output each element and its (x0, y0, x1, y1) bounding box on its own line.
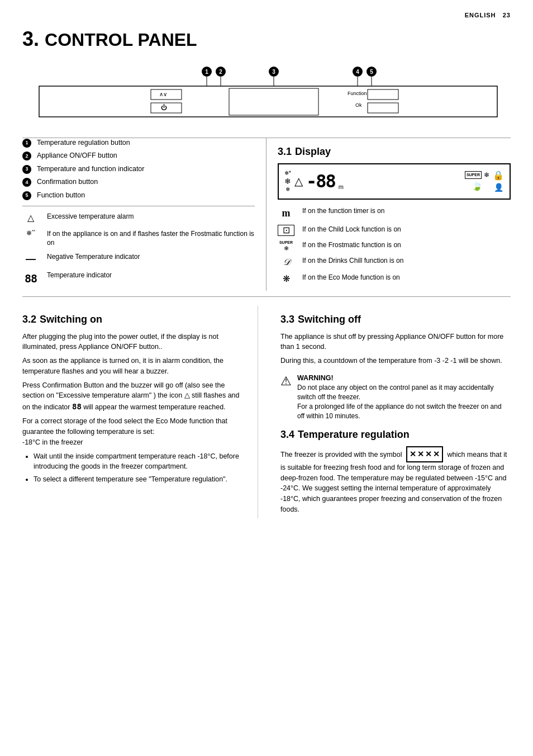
display-right-icons: SUPER ❄ 🍃 (465, 171, 489, 192)
section-32-header: 3.2 Switching on (22, 313, 246, 327)
svg-rect-15 (39, 86, 497, 117)
switching-on-para1: After plugging the plug into the power o… (22, 332, 246, 353)
switching-on-para3: Press Confirmation Button and the buzzer… (22, 380, 246, 413)
section-32-title: Switching on (40, 313, 102, 327)
svg-text:∧∨: ∧∨ (159, 91, 167, 97)
svg-text:3: 3 (272, 69, 275, 75)
main-content: 3.2 Switching on After plugging the plug… (22, 306, 511, 518)
symbol-negative: — Negative Temperature indicator (22, 252, 255, 266)
temp-indicator-text: Temperature indicator (47, 271, 112, 280)
display-digits: -88 (306, 169, 335, 194)
page-header: ENGLISH 23 (22, 11, 511, 20)
diagram-svg: 1 2 3 4 5 ∧∨ ⏻ Function Ok (22, 65, 514, 121)
eco-text: If on the Eco Mode function is on (302, 273, 400, 282)
section-32: 3.2 Switching on After plugging the plug… (22, 306, 258, 518)
legend-text-3: Temperature and function indicator (37, 164, 144, 174)
frostmatic-display-icon: ❄ (484, 171, 489, 180)
svg-rect-24 (368, 103, 398, 113)
title-text: CONTROL PANEL (45, 27, 197, 53)
display-section-header: 3.1 Display (278, 145, 511, 159)
section-number: 3. (22, 25, 39, 53)
temp-indicator-icon: 88 (22, 271, 39, 286)
language-label: ENGLISH (465, 12, 496, 18)
display-section: 3.1 Display ❄* ❄ ❄ △ -88 m SUPER ❄ 🍃 (266, 138, 511, 291)
warning-icon: ⚠ (280, 373, 292, 390)
symbol-temp-indicator: 88 Temperature indicator (22, 271, 255, 286)
display-visual: ❄* ❄ ❄ △ -88 m SUPER ❄ 🍃 🔒 👤 (278, 163, 511, 200)
drinks-text: If on the Drinks Chill function is on (302, 256, 403, 266)
svg-text:⏻: ⏻ (161, 104, 167, 111)
person-icon: 👤 (494, 182, 503, 193)
svg-text:Ok: Ok (355, 102, 362, 108)
svg-text:5: 5 (370, 69, 373, 75)
list-item-1: Wait until the inside compartment temper… (34, 452, 246, 471)
warning-title: WARNING! (297, 374, 334, 382)
super-label: SUPER (465, 171, 482, 179)
svg-text:Function: Function (348, 91, 367, 96)
temp-regulation-para: The freezer is provided with the symbol … (280, 446, 511, 515)
legend-text-5: Function button (37, 191, 85, 201)
symbol-super: SUPER❄ If on the Frostmatic function is … (278, 240, 511, 252)
symbol-timer: m If on the function timer is on (278, 206, 511, 220)
timer-icon: m (278, 206, 294, 220)
symbol-eco: ❋ If on the Eco Mode function is on (278, 273, 511, 285)
legend-display-container: 1 Temperature regulation button 2 Applia… (22, 138, 511, 291)
alarm-text: Excessive temperature alarm (47, 212, 134, 221)
super-frostmatic-text: If on the Frostmatic function is on (302, 240, 401, 250)
leaf-icon: 🍃 (472, 180, 483, 192)
warning-text: Do not place any object on the control p… (297, 383, 511, 420)
eco-icon: ❋ (278, 273, 294, 285)
legend-item-4: 4 Confirmation button (22, 177, 255, 187)
section-33-34: 3.3 Switching off The appliance is shut … (275, 306, 511, 518)
timer-text: If on the function timer is on (302, 206, 384, 216)
super-frostmatic-icon: SUPER❄ (278, 240, 294, 252)
section-33-title: Switching off (298, 313, 361, 327)
switching-off-para1: The appliance is shut off by pressing Ap… (280, 332, 511, 353)
legend-item-2: 2 Appliance ON/OFF button (22, 151, 255, 161)
star-rating: ✕✕✕✕ (406, 446, 443, 462)
legend-item-1: 1 Temperature regulation button (22, 138, 255, 148)
drinks-icon: 𝒟 (278, 256, 294, 268)
switching-on-list: Wait until the inside compartment temper… (22, 452, 246, 485)
svg-rect-20 (229, 88, 318, 115)
childlock-icon: ⊡ (278, 225, 294, 236)
snowflake-cluster: ❄* ❄ ❄ (284, 170, 291, 193)
numbered-legend: 1 Temperature regulation button 2 Applia… (22, 138, 266, 291)
legend-item-3: 3 Temperature and function indicator (22, 164, 255, 174)
display-title: Display (295, 145, 331, 159)
legend-item-5: 5 Function button (22, 191, 255, 201)
symbol-frostmatic: ❄** If on the appliance is on and if fla… (22, 229, 255, 248)
switching-on-para2: As soon as the appliance is turned on, i… (22, 356, 246, 377)
switching-on-para4: For a correct storage of the food select… (22, 416, 246, 447)
switching-off-para2: During this, a countdown of the temperat… (280, 356, 511, 366)
legend-text-1: Temperature regulation button (37, 138, 130, 148)
legend-text-2: Appliance ON/OFF button (37, 151, 117, 161)
lock-icon: 🔒 (493, 169, 504, 182)
svg-text:1: 1 (205, 69, 208, 75)
page-title: 3. CONTROL PANEL (22, 25, 511, 53)
list-item-2: To select a different temperature see "T… (34, 475, 246, 485)
symbol-alarm: △ Excessive temperature alarm (22, 212, 255, 224)
frostmatic-icon: ❄** (22, 229, 39, 237)
symbol-drinks: 𝒟 If on the Drinks Chill function is on (278, 256, 511, 268)
display-m-label: m (339, 183, 344, 191)
warning-content: WARNING! Do not place any object on the … (297, 373, 511, 421)
page-number: 23 (503, 12, 511, 18)
legend-text-4: Confirmation button (37, 177, 98, 187)
section-34-header: 3.4 Temperature regulation (280, 428, 511, 442)
svg-rect-22 (368, 89, 398, 100)
lock-child-icons: 🔒 👤 (493, 169, 504, 193)
alarm-icon: △ (22, 212, 39, 224)
frostmatic-text: If on the appliance is on and if flashes… (47, 229, 255, 248)
display-alarm-icon: △ (294, 173, 303, 189)
section-34-title: Temperature regulation (298, 428, 410, 442)
negative-text: Negative Temperature indicator (47, 252, 140, 262)
svg-text:2: 2 (219, 69, 222, 75)
symbol-childlock: ⊡ If on the Child Lock function is on (278, 225, 511, 236)
negative-icon: — (22, 252, 39, 266)
warning-box: ⚠ WARNING! Do not place any object on th… (280, 373, 511, 421)
childlock-text: If on the Child Lock function is on (302, 225, 401, 234)
control-panel-diagram: 1 2 3 4 5 ∧∨ ⏻ Function Ok (22, 65, 511, 121)
section-33-header: 3.3 Switching off (280, 313, 511, 327)
svg-text:4: 4 (356, 69, 359, 75)
